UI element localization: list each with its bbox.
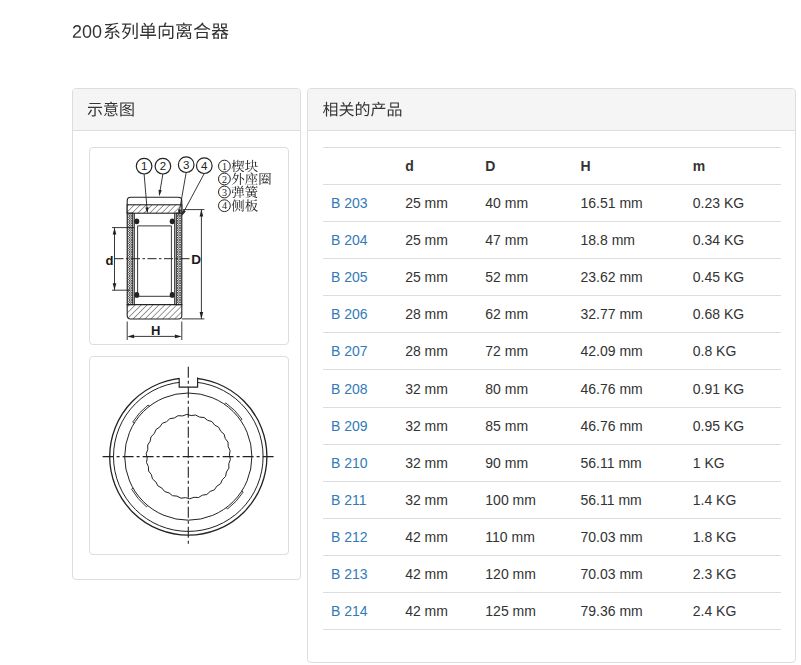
svg-text:4: 4 [222, 200, 227, 211]
svg-text:d: d [106, 253, 114, 268]
svg-text:2: 2 [160, 160, 166, 172]
svg-text:H: H [151, 323, 160, 338]
svg-text:3: 3 [183, 159, 189, 171]
svg-text:2: 2 [222, 174, 227, 185]
svg-text:3: 3 [222, 187, 227, 198]
svg-text:D: D [191, 252, 201, 267]
svg-text:1: 1 [141, 160, 147, 172]
svg-text:4: 4 [201, 160, 208, 172]
svg-text:1: 1 [222, 161, 227, 172]
